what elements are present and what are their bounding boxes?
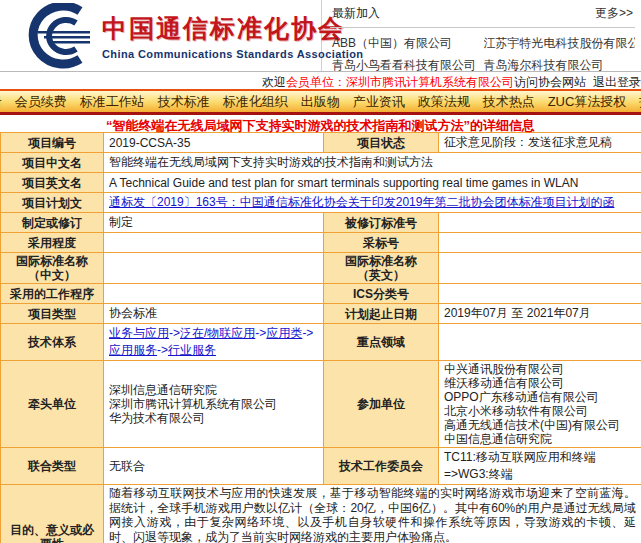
tech-system-link[interactable]: 应用类 <box>266 326 302 340</box>
participant-unit: OPPO广东移动通信有限公司 <box>444 390 636 404</box>
value-adoption-no <box>439 233 641 253</box>
welcome-suffix: 访问协会网站 <box>514 75 586 89</box>
label-intl-name-cn: 国际标准名称 （中文） <box>1 253 104 284</box>
project-detail-table: 项目编号 2019-CCSA-35 项目状态 征求意见阶段：发送征求意见稿 项目… <box>0 132 641 543</box>
value-project-number: 2019-CCSA-35 <box>104 133 324 153</box>
label-joint-type: 联合类型 <box>1 448 104 485</box>
more-link[interactable]: 更多>> <box>595 5 633 22</box>
nav-member-register[interactable]: 会员注册 <box>0 93 2 111</box>
tech-system-link[interactable]: 业务与应用 <box>109 326 169 340</box>
value-tech-system: 业务与应用->泛在/物联应用->应用类->应用服务->行业服务 <box>104 324 324 361</box>
logout-link[interactable]: 退出登录 <box>593 75 641 89</box>
tech-system-link[interactable]: 应用服务 <box>109 343 157 357</box>
nav-industry-news[interactable]: 产业资讯 <box>353 93 405 111</box>
value-project-type: 协会标准 <box>104 304 324 324</box>
label-purpose: 目的、意义或必要性 <box>1 485 104 543</box>
plan-document-link[interactable]: 通标发〔2019〕163号：中国通信标准化协会关于印发2019年第二批协会团体标… <box>109 195 614 209</box>
row-joint-type: 联合类型 无联合 技术工作委员会 TC11:移动互联网应用和终端=>WG3:终端 <box>1 448 641 485</box>
nav-member-renew[interactable]: 会员续费 <box>15 93 67 111</box>
value-participants: 中兴通讯股份有限公司 维沃移动通信有限公司 OPPO广东移动通信有限公司 北京小… <box>439 361 641 448</box>
row-units: 牵头单位 深圳信息通信研究院 深圳市腾讯计算机系统有限公司 华为技术有限公司 参… <box>1 361 641 448</box>
value-plan-dates: 2019年07月 至 2021年07月 <box>439 304 641 324</box>
row-purpose: 目的、意义或必要性 随着移动互联网技术与应用的快速发展，基于移动智能终端的实时网… <box>1 485 641 543</box>
label-project-number: 项目编号 <box>1 133 104 153</box>
label-plan-dates: 计划起止日期 <box>324 304 439 324</box>
newest-members-panel: 最新加入 更多>> ABB（中国）有限公司 江苏宇特光电科技股份有限公司 青岛小… <box>322 0 641 71</box>
welcome-bar: 欢迎会员单位：深圳市腾讯计算机系统有限公司访问协会网站退出登录 <box>0 72 641 89</box>
row-project-type: 项目类型 协会标准 计划起止日期 2019年07月 至 2021年07月 <box>1 304 641 324</box>
row-english-name: 项目英文名 A Technical Guide and test plan fo… <box>1 173 641 193</box>
value-english-name: A Technical Guide and test plan for smar… <box>104 173 641 193</box>
row-formulate-revise: 制定或修订 制定 被修订标准号 <box>1 213 641 233</box>
value-plan-document: 通标发〔2019〕163号：中国通信标准化协会关于印发2019年第二批协会团体标… <box>104 193 641 213</box>
value-committee: TC11:移动互联网应用和终端=>WG3:终端 <box>439 448 641 485</box>
header: 中国通信标准化协会 China Communications Standards… <box>0 0 641 72</box>
welcome-member-name: 会员单位：深圳市腾讯计算机系统有限公司 <box>286 75 514 89</box>
value-chinese-name: 智能终端在无线局域网下支持实时游戏的技术指南和测试方法 <box>104 153 641 173</box>
label-ics-no: ICS分类号 <box>324 284 439 304</box>
value-revised-standard-no <box>439 213 641 233</box>
value-purpose: 随着移动互联网技术与应用的快速发展，基于移动智能终端的实时网络游戏市场迎来了空前… <box>104 485 641 543</box>
label-adoption-no: 采标号 <box>324 233 439 253</box>
value-formulate-revise: 制定 <box>104 213 324 233</box>
value-intl-name-cn <box>104 253 324 284</box>
label-project-type: 项目类型 <box>1 304 104 324</box>
label-work-procedure: 采用的工作程序 <box>1 284 104 304</box>
value-focus-area <box>439 324 641 361</box>
member-link[interactable]: 青岛小鸟看看科技有限公司 <box>332 57 484 74</box>
label-intl-name-en: 国际标准名称 （英文） <box>324 253 439 284</box>
value-intl-name-en <box>439 253 641 284</box>
participant-unit: 高通无线通信技术(中国)有限公司 <box>444 418 636 432</box>
lead-unit: 深圳信息通信研究院 <box>109 383 318 397</box>
label-committee: 技术工作委员会 <box>324 448 439 485</box>
label-focus-area: 重点领域 <box>324 324 439 361</box>
row-adoption: 采用程度 采标号 <box>1 233 641 253</box>
page: 中国通信标准化协会 China Communications Standards… <box>0 0 641 543</box>
label-participants: 参加单位 <box>324 361 439 448</box>
value-work-procedure <box>104 284 324 304</box>
value-adoption-degree <box>104 233 324 253</box>
welcome-prefix: 欢迎 <box>262 75 286 89</box>
page-title: “智能终端在无线局域网下支持实时游戏的技术指南和测试方法”的详细信息 <box>0 115 641 132</box>
nav-policies[interactable]: 政策法规 <box>418 93 470 111</box>
label-formulate-revise: 制定或修订 <box>1 213 104 233</box>
label-tech-system: 技术体系 <box>1 324 104 361</box>
label-lead-units: 牵头单位 <box>1 361 104 448</box>
nav-publications[interactable]: 出版物 <box>301 93 340 111</box>
participant-unit: 北京小米移动软件有限公司 <box>444 404 636 418</box>
value-project-status: 征求意见阶段：发送征求意见稿 <box>439 133 641 153</box>
member-link[interactable]: 江苏宇特光电科技股份有限公司 <box>484 35 636 52</box>
label-revised-standard-no: 被修订标准号 <box>324 213 439 233</box>
nav-standard-orgs[interactable]: 标准化组织 <box>223 93 288 111</box>
participant-unit: 维沃移动通信有限公司 <box>444 376 636 390</box>
value-joint-type: 无联合 <box>104 448 324 485</box>
nav-tech-hotspots[interactable]: 技术热点 <box>483 93 535 111</box>
newest-title: 最新加入 <box>332 5 380 22</box>
row-tech-system: 技术体系 业务与应用->泛在/物联应用->应用类->应用服务->行业服务 重点领… <box>1 324 641 361</box>
label-english-name: 项目英文名 <box>1 173 104 193</box>
label-project-status: 项目状态 <box>324 133 439 153</box>
label-adoption-degree: 采用程度 <box>1 233 104 253</box>
value-ics-no <box>439 284 641 304</box>
row-plan-document: 项目计划文 通标发〔2019〕163号：中国通信标准化协会关于印发2019年第二… <box>1 193 641 213</box>
row-chinese-name: 项目中文名 智能终端在无线局域网下支持实时游戏的技术指南和测试方法 <box>1 153 641 173</box>
newest-member-list: ABB（中国）有限公司 江苏宇特光电科技股份有限公司 青岛小鸟看看科技有限公司 … <box>330 28 635 74</box>
lead-unit: 华为技术有限公司 <box>109 411 318 425</box>
row-procedure-ics: 采用的工作程序 ICS分类号 <box>1 284 641 304</box>
row-project-number: 项目编号 2019-CCSA-35 项目状态 征求意见阶段：发送征求意见稿 <box>1 133 641 153</box>
participant-unit: 中兴通讯股份有限公司 <box>444 362 636 376</box>
main-nav: 会员注册 会员续费 标准工作站 技术标准 标准化组织 出版物 产业资讯 政策法规… <box>0 89 641 115</box>
nav-zuc-license[interactable]: ZUC算法授权 <box>548 93 627 111</box>
tech-system-link[interactable]: 泛在/物联应用 <box>180 326 255 340</box>
label-plan-document: 项目计划文 <box>1 193 104 213</box>
nav-standard-workstation[interactable]: 标准工作站 <box>80 93 145 111</box>
row-international-names: 国际标准名称 （中文） 国际标准名称 （英文） <box>1 253 641 284</box>
value-lead-units: 深圳信息通信研究院 深圳市腾讯计算机系统有限公司 华为技术有限公司 <box>104 361 324 448</box>
tech-system-link[interactable]: 行业服务 <box>168 343 216 357</box>
member-link[interactable]: 青岛海尔科技有限公司 <box>484 57 636 74</box>
logo-area: 中国通信标准化协会 China Communications Standards… <box>0 0 322 71</box>
nav-tech-standards[interactable]: 技术标准 <box>158 93 210 111</box>
member-link[interactable]: ABB（中国）有限公司 <box>332 35 484 52</box>
ccsa-logo-icon <box>4 3 100 69</box>
label-chinese-name: 项目中文名 <box>1 153 104 173</box>
